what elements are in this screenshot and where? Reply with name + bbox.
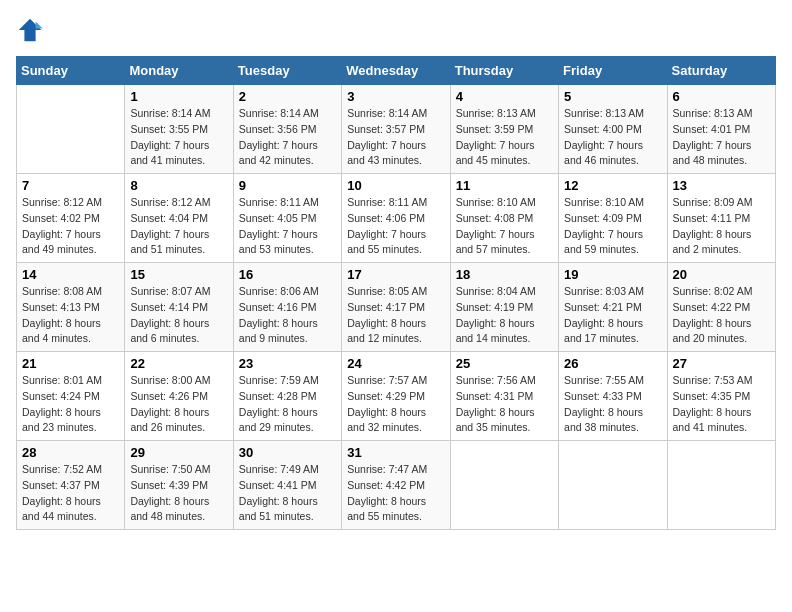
calendar-cell: 22Sunrise: 8:00 AMSunset: 4:26 PMDayligh… [125,352,233,441]
day-number: 31 [347,445,444,460]
day-info: Sunrise: 8:14 AMSunset: 3:55 PMDaylight:… [130,106,227,169]
calendar-cell: 26Sunrise: 7:55 AMSunset: 4:33 PMDayligh… [559,352,667,441]
day-number: 2 [239,89,336,104]
day-number: 19 [564,267,661,282]
day-info: Sunrise: 8:14 AMSunset: 3:57 PMDaylight:… [347,106,444,169]
day-number: 15 [130,267,227,282]
day-info: Sunrise: 8:13 AMSunset: 3:59 PMDaylight:… [456,106,553,169]
day-number: 5 [564,89,661,104]
day-number: 27 [673,356,770,371]
calendar-cell: 18Sunrise: 8:04 AMSunset: 4:19 PMDayligh… [450,263,558,352]
calendar-header-row: SundayMondayTuesdayWednesdayThursdayFrid… [17,57,776,85]
page-header [16,16,776,44]
day-number: 3 [347,89,444,104]
svg-marker-0 [19,19,41,41]
calendar-cell: 19Sunrise: 8:03 AMSunset: 4:21 PMDayligh… [559,263,667,352]
calendar-cell: 20Sunrise: 8:02 AMSunset: 4:22 PMDayligh… [667,263,775,352]
day-number: 8 [130,178,227,193]
day-number: 21 [22,356,119,371]
calendar-cell [559,441,667,530]
day-info: Sunrise: 8:08 AMSunset: 4:13 PMDaylight:… [22,284,119,347]
calendar-cell: 31Sunrise: 7:47 AMSunset: 4:42 PMDayligh… [342,441,450,530]
calendar-cell: 23Sunrise: 7:59 AMSunset: 4:28 PMDayligh… [233,352,341,441]
calendar-cell: 4Sunrise: 8:13 AMSunset: 3:59 PMDaylight… [450,85,558,174]
day-info: Sunrise: 7:52 AMSunset: 4:37 PMDaylight:… [22,462,119,525]
calendar-cell: 17Sunrise: 8:05 AMSunset: 4:17 PMDayligh… [342,263,450,352]
day-info: Sunrise: 8:00 AMSunset: 4:26 PMDaylight:… [130,373,227,436]
day-number: 11 [456,178,553,193]
calendar-cell [450,441,558,530]
day-info: Sunrise: 8:11 AMSunset: 4:06 PMDaylight:… [347,195,444,258]
calendar-cell: 12Sunrise: 8:10 AMSunset: 4:09 PMDayligh… [559,174,667,263]
calendar-cell: 5Sunrise: 8:13 AMSunset: 4:00 PMDaylight… [559,85,667,174]
calendar-cell: 10Sunrise: 8:11 AMSunset: 4:06 PMDayligh… [342,174,450,263]
calendar-cell: 11Sunrise: 8:10 AMSunset: 4:08 PMDayligh… [450,174,558,263]
calendar-cell: 13Sunrise: 8:09 AMSunset: 4:11 PMDayligh… [667,174,775,263]
day-info: Sunrise: 8:12 AMSunset: 4:02 PMDaylight:… [22,195,119,258]
calendar-cell: 14Sunrise: 8:08 AMSunset: 4:13 PMDayligh… [17,263,125,352]
calendar-cell: 6Sunrise: 8:13 AMSunset: 4:01 PMDaylight… [667,85,775,174]
calendar-cell: 21Sunrise: 8:01 AMSunset: 4:24 PMDayligh… [17,352,125,441]
day-info: Sunrise: 8:09 AMSunset: 4:11 PMDaylight:… [673,195,770,258]
day-info: Sunrise: 8:04 AMSunset: 4:19 PMDaylight:… [456,284,553,347]
day-number: 14 [22,267,119,282]
calendar-cell [667,441,775,530]
logo-icon [16,16,44,44]
calendar-cell: 7Sunrise: 8:12 AMSunset: 4:02 PMDaylight… [17,174,125,263]
calendar-cell [17,85,125,174]
calendar-cell: 25Sunrise: 7:56 AMSunset: 4:31 PMDayligh… [450,352,558,441]
day-info: Sunrise: 8:06 AMSunset: 4:16 PMDaylight:… [239,284,336,347]
calendar-cell: 24Sunrise: 7:57 AMSunset: 4:29 PMDayligh… [342,352,450,441]
day-info: Sunrise: 7:53 AMSunset: 4:35 PMDaylight:… [673,373,770,436]
day-number: 17 [347,267,444,282]
day-number: 6 [673,89,770,104]
day-info: Sunrise: 8:13 AMSunset: 4:00 PMDaylight:… [564,106,661,169]
day-info: Sunrise: 7:47 AMSunset: 4:42 PMDaylight:… [347,462,444,525]
calendar-cell: 28Sunrise: 7:52 AMSunset: 4:37 PMDayligh… [17,441,125,530]
day-info: Sunrise: 8:01 AMSunset: 4:24 PMDaylight:… [22,373,119,436]
day-number: 30 [239,445,336,460]
day-number: 4 [456,89,553,104]
calendar-cell: 2Sunrise: 8:14 AMSunset: 3:56 PMDaylight… [233,85,341,174]
header-tuesday: Tuesday [233,57,341,85]
day-number: 26 [564,356,661,371]
day-number: 22 [130,356,227,371]
day-info: Sunrise: 7:57 AMSunset: 4:29 PMDaylight:… [347,373,444,436]
day-info: Sunrise: 8:12 AMSunset: 4:04 PMDaylight:… [130,195,227,258]
day-info: Sunrise: 8:10 AMSunset: 4:09 PMDaylight:… [564,195,661,258]
day-info: Sunrise: 8:07 AMSunset: 4:14 PMDaylight:… [130,284,227,347]
calendar-cell: 3Sunrise: 8:14 AMSunset: 3:57 PMDaylight… [342,85,450,174]
day-info: Sunrise: 7:56 AMSunset: 4:31 PMDaylight:… [456,373,553,436]
svg-marker-1 [36,22,43,29]
day-number: 9 [239,178,336,193]
header-friday: Friday [559,57,667,85]
day-number: 24 [347,356,444,371]
day-info: Sunrise: 8:13 AMSunset: 4:01 PMDaylight:… [673,106,770,169]
day-info: Sunrise: 8:05 AMSunset: 4:17 PMDaylight:… [347,284,444,347]
day-number: 23 [239,356,336,371]
week-row-4: 21Sunrise: 8:01 AMSunset: 4:24 PMDayligh… [17,352,776,441]
day-info: Sunrise: 8:10 AMSunset: 4:08 PMDaylight:… [456,195,553,258]
calendar-cell: 29Sunrise: 7:50 AMSunset: 4:39 PMDayligh… [125,441,233,530]
calendar-cell: 8Sunrise: 8:12 AMSunset: 4:04 PMDaylight… [125,174,233,263]
calendar-cell: 15Sunrise: 8:07 AMSunset: 4:14 PMDayligh… [125,263,233,352]
day-number: 13 [673,178,770,193]
day-number: 1 [130,89,227,104]
day-number: 7 [22,178,119,193]
day-info: Sunrise: 8:02 AMSunset: 4:22 PMDaylight:… [673,284,770,347]
header-saturday: Saturday [667,57,775,85]
calendar-cell: 9Sunrise: 8:11 AMSunset: 4:05 PMDaylight… [233,174,341,263]
header-thursday: Thursday [450,57,558,85]
day-number: 16 [239,267,336,282]
logo [16,16,48,44]
week-row-2: 7Sunrise: 8:12 AMSunset: 4:02 PMDaylight… [17,174,776,263]
day-number: 25 [456,356,553,371]
day-number: 12 [564,178,661,193]
day-number: 20 [673,267,770,282]
week-row-5: 28Sunrise: 7:52 AMSunset: 4:37 PMDayligh… [17,441,776,530]
day-info: Sunrise: 8:03 AMSunset: 4:21 PMDaylight:… [564,284,661,347]
week-row-1: 1Sunrise: 8:14 AMSunset: 3:55 PMDaylight… [17,85,776,174]
calendar-cell: 16Sunrise: 8:06 AMSunset: 4:16 PMDayligh… [233,263,341,352]
calendar-table: SundayMondayTuesdayWednesdayThursdayFrid… [16,56,776,530]
calendar-cell: 30Sunrise: 7:49 AMSunset: 4:41 PMDayligh… [233,441,341,530]
